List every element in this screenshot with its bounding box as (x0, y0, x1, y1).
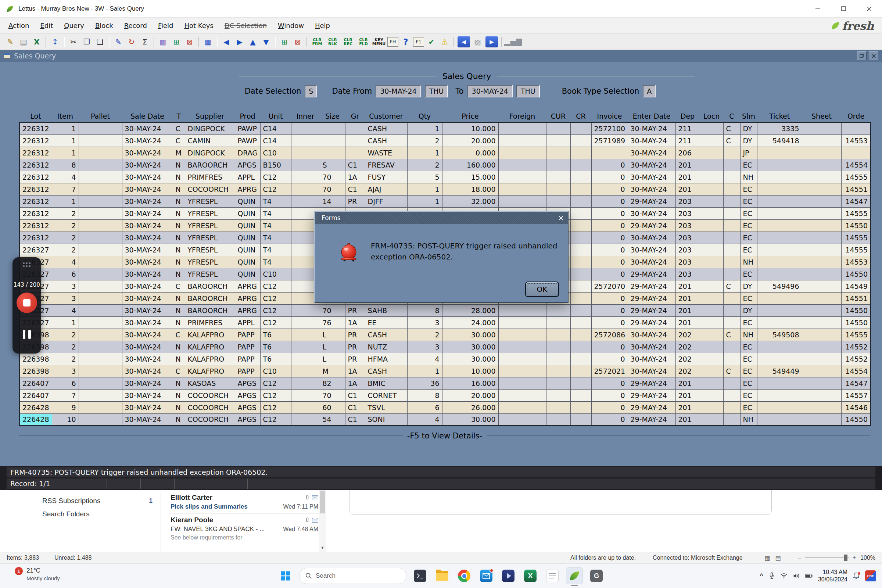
menu-item[interactable]: Field (153, 18, 179, 34)
zoom-control[interactable]: – + (798, 555, 856, 561)
clear-field-button[interactable]: CLR FLD (356, 35, 371, 48)
scroll-down-arrow[interactable]: ▼ (319, 544, 326, 551)
search-input[interactable]: Search (299, 568, 406, 584)
start-button[interactable] (277, 567, 294, 584)
menu-item[interactable]: Window (272, 18, 309, 34)
zoom-slider[interactable] (805, 558, 849, 558)
folder-item[interactable]: RSS Subscriptions 1 (42, 494, 153, 507)
scrollbar-thumb[interactable] (320, 490, 325, 513)
zoom-in-icon[interactable]: + (853, 555, 856, 561)
sum-doc-icon[interactable]: Σ (138, 35, 152, 48)
battery-icon[interactable] (805, 574, 813, 578)
close-button[interactable] (856, 0, 882, 17)
excel-export-icon[interactable]: X (30, 35, 44, 48)
taskbar-item-media-player[interactable] (500, 567, 517, 584)
pause-recording-button[interactable] (23, 330, 31, 339)
dialog-close-button[interactable] (559, 216, 563, 220)
print-icon[interactable]: ▤ (17, 35, 30, 48)
date-from-weekday-field[interactable]: THU (425, 85, 448, 98)
date-selection-field[interactable]: S (304, 85, 317, 98)
book-type-field[interactable]: A (643, 85, 656, 98)
key-menu-button[interactable]: KEY MENU (371, 35, 387, 48)
zoom-slider-thumb[interactable] (844, 555, 848, 561)
zoom-percentage[interactable]: 100% (860, 555, 875, 561)
menu-item[interactable]: Edit (34, 18, 58, 34)
taskbar-item-terminal[interactable] (412, 567, 429, 584)
nav-down-icon[interactable]: ▼ (260, 35, 273, 48)
date-from-field[interactable]: 30-MAY-24 (376, 85, 421, 98)
wifi-icon[interactable] (780, 573, 788, 579)
forms-error-dialog[interactable]: Forms FRM-40735: POST-QUERY trigger rais… (314, 211, 568, 303)
maximize-button[interactable] (831, 0, 856, 17)
taskbar-item-lettus[interactable] (566, 567, 583, 584)
table-row[interactable]: 226312 1 30-MAY-24 C CAMIN PAWP C14 CASH (20, 135, 871, 147)
date-to-field[interactable]: 30-MAY-24 (468, 85, 513, 98)
chart-icon[interactable]: ▂▅▇ (504, 35, 522, 48)
table-row[interactable]: 226312 1 30-MAY-24 M DINGPOCK DRAG C10 W… (20, 147, 871, 159)
table-row[interactable]: 226312 1 30-MAY-24 N YFRESPL QUIN T4 14 … (20, 195, 871, 207)
menu-item[interactable]: Block (90, 18, 119, 34)
mdi-close-button[interactable] (869, 51, 878, 60)
accept-icon[interactable]: ✔ (425, 35, 438, 48)
paste-icon[interactable]: ❏ (93, 35, 106, 48)
clean-icon[interactable]: ✎ (4, 35, 17, 48)
chevron-up-icon[interactable]: ^ (760, 572, 763, 579)
nav-up-icon[interactable]: ▲ (246, 35, 260, 48)
media-forward-icon[interactable]: ▶ (486, 36, 498, 47)
taskbar-item-file-explorer[interactable] (434, 567, 450, 584)
f1-button[interactable]: F1 (413, 37, 424, 46)
pre-app-icon[interactable]: PRE (865, 570, 876, 581)
table-row[interactable]: 226398 2 30-MAY-24 C KALAFPRO PAPP T6 L … (20, 328, 871, 340)
menu-item[interactable]: Action (3, 18, 34, 34)
taskbar-item-outlook[interactable] (478, 567, 495, 584)
taskbar-item-excel[interactable]: X (522, 567, 539, 584)
table-row[interactable]: 226312 8 30-MAY-24 N BAROORCH APGS B150 … (20, 159, 871, 171)
email-list-scrollbar[interactable]: ▼ (319, 490, 326, 552)
table-row[interactable]: 226428 9 30-MAY-24 N COCOORCH APGS C12 6… (20, 401, 871, 413)
table-row[interactable]: 226407 6 30-MAY-24 N KASOAS APGS C12 82 … (20, 377, 871, 389)
ok-button[interactable]: OK (525, 282, 559, 297)
zoom-out-icon[interactable]: – (798, 555, 801, 561)
taskbar-item-g-app[interactable]: G (588, 567, 605, 584)
table-row[interactable]: 226312 4 30-MAY-24 N PRIMFRES APPL C12 7… (20, 171, 871, 183)
menu-item[interactable]: Record (119, 18, 153, 34)
refresh-doc-icon[interactable]: ↻ (125, 35, 138, 48)
clear-record-button[interactable]: CLR REC (340, 35, 356, 48)
help-icon[interactable]: ? (399, 35, 412, 48)
dialog-titlebar[interactable]: Forms (315, 212, 568, 224)
nav-previous-icon[interactable]: ◀ (220, 35, 233, 48)
email-list-item[interactable]: Kieran Poole FW: NAVEL 3KG AN (169, 514, 320, 544)
menu-item[interactable]: Help (309, 18, 336, 34)
reading-view-icon[interactable]: ▦ (765, 555, 770, 561)
swap-icon[interactable]: ↕ (48, 35, 62, 48)
folder-item[interactable]: Search Folders (42, 507, 153, 521)
drag-handle-icon[interactable] (23, 262, 30, 267)
cut-icon[interactable]: ✂ (67, 35, 80, 48)
table-view-icon[interactable]: ▦ (201, 35, 214, 48)
grid-add-icon[interactable]: ⊞ (170, 35, 183, 48)
delete-record-icon[interactable]: ⊠ (291, 35, 304, 48)
table-row[interactable]: 226312 1 30-MAY-24 C DINGPOCK PAWP C14 C… (20, 122, 871, 135)
table-row[interactable]: 226428 10 30-MAY-24 N COCOORCH APGS C12 … (20, 413, 871, 426)
minimize-button[interactable] (805, 0, 831, 17)
notification-bell-icon[interactable] (853, 572, 860, 579)
table-row[interactable]: 226327 4 30-MAY-24 N BAROORCH APRG C12 7… (20, 304, 871, 316)
email-list-item[interactable]: Elliott Carter Pick slips and (169, 491, 320, 514)
taskbar-item-notepad[interactable] (544, 567, 561, 584)
mdi-restore-button[interactable] (857, 51, 867, 60)
mdi-titlebar[interactable]: Sales Query (0, 50, 882, 62)
copy-icon[interactable]: ❐ (80, 35, 93, 48)
table-row[interactable]: 226398 2 30-MAY-24 N KALAFPRO PAPP T6 L … (20, 340, 871, 353)
fh-button[interactable]: FH (387, 37, 398, 46)
grid-columns-icon[interactable]: ▥ (156, 35, 170, 48)
volume-icon[interactable] (793, 573, 800, 579)
weather-widget[interactable]: 1 21°C Mostly cloudy (15, 567, 60, 581)
grid-delete-icon[interactable]: ⊠ (183, 35, 196, 48)
layout-view-icon[interactable]: ▤ (776, 555, 781, 561)
microphone-icon[interactable] (769, 572, 775, 579)
image-icon[interactable]: ▨ (471, 35, 484, 48)
table-row[interactable]: 226312 7 30-MAY-24 N COCOORCH APRG C12 7… (20, 183, 871, 195)
tray-clock[interactable]: 10:43 AM 30/05/2024 (818, 568, 848, 583)
warning-icon[interactable]: ⚠ (438, 35, 451, 48)
recorder-widget[interactable]: 143 / 200 (12, 257, 41, 354)
